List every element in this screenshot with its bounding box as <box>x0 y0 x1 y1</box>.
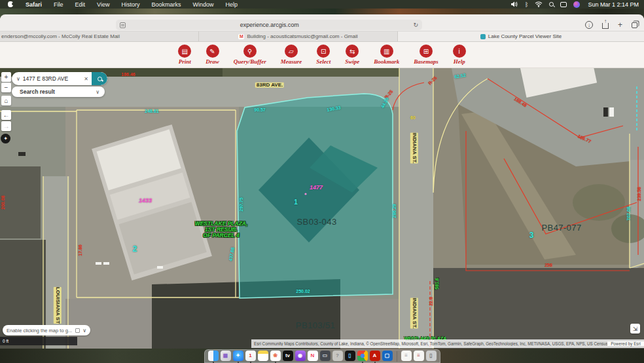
menu-bar: SafariFileEditViewHistoryBookmarksWindow… <box>0 0 644 9</box>
tool-basemaps[interactable]: ⊞Basemaps <box>414 45 438 65</box>
new-tab-icon[interactable]: + <box>618 20 622 29</box>
menu-clock[interactable]: Sun Mar 1 2:14 PM <box>588 1 639 8</box>
chevron-down-icon: ∨ <box>96 89 99 95</box>
powered-by: Powered by Esri <box>607 341 644 346</box>
compass-icon[interactable]: ✦ <box>1 134 10 143</box>
dock-app-missing-app[interactable]: ? <box>332 351 343 362</box>
photos-icon: ❀ <box>270 351 281 361</box>
tool-query-buffer[interactable]: ⚲Query/Buffer <box>234 45 266 65</box>
tool-select[interactable]: ⊡Select <box>316 45 331 65</box>
aerial-imagery <box>0 68 644 349</box>
reload-icon[interactable]: ↻ <box>413 22 418 28</box>
dock-app-trash[interactable]: ▯ <box>426 351 437 362</box>
url-text: experience.arcgis.com <box>126 22 413 28</box>
dock-app-finder[interactable] <box>208 351 219 362</box>
tool-print[interactable]: ▤Print <box>178 45 191 65</box>
dock-app-safari[interactable]: ✦ <box>233 351 243 362</box>
clear-search-icon[interactable]: ✕ <box>80 76 92 82</box>
menu-items: SafariFileEditViewHistoryBookmarksWindow… <box>20 1 243 8</box>
spotlight-icon[interactable] <box>549 1 554 8</box>
wifi-icon[interactable] <box>535 1 543 8</box>
app-toolbar-tools: ▤Print✎Draw⚲Query/Buffer▱Measure⊡Select⇆… <box>178 45 465 65</box>
tab-overview-icon[interactable] <box>632 22 637 28</box>
control-center-icon[interactable] <box>560 1 567 8</box>
home-extent-button[interactable]: ⌂ <box>1 96 11 105</box>
dock-app-photos[interactable]: ❀ <box>270 351 281 362</box>
menu-item-edit[interactable]: Edit <box>69 1 92 8</box>
next-extent-button[interactable]: → <box>1 121 11 131</box>
menu-status-area: ᛒ Sun Mar 1 2:14 PM <box>511 1 639 8</box>
dock-app-acrobat[interactable]: A <box>370 351 380 362</box>
finder-icon <box>208 351 219 361</box>
menu-item-safari[interactable]: Safari <box>20 1 48 8</box>
map-canvas[interactable]: 186.4683RD AVE.R-2544.29R-2562.52188.482… <box>0 68 644 349</box>
screen: SafariFileEditViewHistoryBookmarksWindow… <box>0 0 644 363</box>
dock-app-screen-app[interactable]: ▭ <box>320 351 331 362</box>
apple-tv-icon: tv <box>283 351 293 361</box>
tool-help[interactable]: iHelp <box>453 45 466 65</box>
search-button[interactable] <box>92 72 107 85</box>
search-box[interactable]: ∨ 1477 E 83RD AVE ✕ <box>12 72 107 85</box>
previous-extent-button[interactable]: ← <box>1 110 11 120</box>
menu-item-window[interactable]: Window <box>187 1 219 8</box>
dock-app-notes[interactable] <box>258 351 268 362</box>
dock-app-document-stack-2[interactable]: ≡ <box>414 351 424 362</box>
enable-click-pill[interactable]: Enable clicking the map to g... ∨ <box>3 325 90 335</box>
missing-app-icon: ? <box>332 351 343 361</box>
page-settings-icon[interactable] <box>120 22 126 28</box>
dock-app-calendar[interactable]: 1 <box>245 351 256 362</box>
dock-app-podcasts[interactable]: ◉ <box>295 351 306 362</box>
basemaps-icon: ⊞ <box>420 45 433 58</box>
zoom-out-button[interactable]: − <box>1 83 11 92</box>
volume-icon[interactable] <box>511 1 518 8</box>
tab-parcel-viewer[interactable]: Lake County Parcel Viewer Site <box>398 31 644 41</box>
checkbox-icon[interactable] <box>75 328 80 333</box>
tool-draw[interactable]: ✎Draw <box>206 45 219 65</box>
browser-toolbar: experience.arcgis.com ↻ ↓ + <box>0 18 644 31</box>
dock-app-news[interactable]: N <box>308 351 318 362</box>
tab-mccolly-mail[interactable]: enderson@mccolly.com - McColly Real Esta… <box>0 31 199 41</box>
bluetooth-icon[interactable]: ᛒ <box>525 1 528 8</box>
apple-menu-icon[interactable] <box>8 1 13 7</box>
acrobat-icon: A <box>370 351 380 361</box>
podcasts-icon: ◉ <box>295 351 306 361</box>
bookmark-icon: ▥ <box>380 45 393 58</box>
measure-icon: ▱ <box>285 45 298 58</box>
search-source-chevron-icon[interactable]: ∨ <box>12 76 23 82</box>
share-icon[interactable] <box>602 23 609 29</box>
tool-swipe[interactable]: ⇆Swipe <box>345 45 359 65</box>
tool-measure[interactable]: ▱Measure <box>281 45 302 65</box>
zoom-in-button[interactable]: + <box>1 72 11 82</box>
swipe-icon: ⇆ <box>346 45 359 58</box>
query-buffer-icon: ⚲ <box>243 45 257 58</box>
search-icon <box>98 77 102 81</box>
dock-app-apple-tv[interactable]: tv <box>283 351 293 362</box>
downloads-icon[interactable]: ↓ <box>585 21 593 29</box>
search-input[interactable]: 1477 E 83RD AVE <box>23 75 80 82</box>
expand-button[interactable]: ⇲ <box>630 324 640 334</box>
dock-app-chrome[interactable] <box>357 351 368 362</box>
dock-app-iphone-mirroring[interactable]: ▯ <box>345 351 355 362</box>
iphone-mirroring-icon: ▯ <box>345 351 355 361</box>
address-bar[interactable]: experience.arcgis.com ↻ <box>116 20 422 30</box>
dock-app-blue-document-app[interactable]: ▢ <box>382 351 393 362</box>
dock-app-document-stack-1[interactable]: ≡ <box>401 351 412 362</box>
attribution-bar: Esri Community Maps Contributors, County… <box>251 339 644 348</box>
menu-item-history[interactable]: History <box>115 1 145 8</box>
menu-item-help[interactable]: Help <box>219 1 243 8</box>
tool-bookmark[interactable]: ▥Bookmark <box>374 45 399 65</box>
menu-item-bookmarks[interactable]: Bookmarks <box>145 1 187 8</box>
tab-gmail[interactable]: M Building - acousticatsmusic@gmail.com … <box>199 31 398 41</box>
select-icon: ⊡ <box>317 45 330 58</box>
menu-item-file[interactable]: File <box>48 1 69 8</box>
gmail-icon: M <box>238 34 244 39</box>
search-result-dropdown[interactable]: Search result ∨ <box>12 86 105 97</box>
launchpad-icon: ▦ <box>221 351 231 361</box>
siri-icon[interactable] <box>573 1 580 8</box>
dock-app-launchpad[interactable]: ▦ <box>221 351 231 362</box>
calendar-icon: 1 <box>245 351 256 361</box>
chevron-down-icon[interactable]: ∨ <box>82 328 86 334</box>
chrome-icon <box>357 351 368 361</box>
menu-item-view[interactable]: View <box>91 1 115 8</box>
dock-divider <box>397 351 397 362</box>
